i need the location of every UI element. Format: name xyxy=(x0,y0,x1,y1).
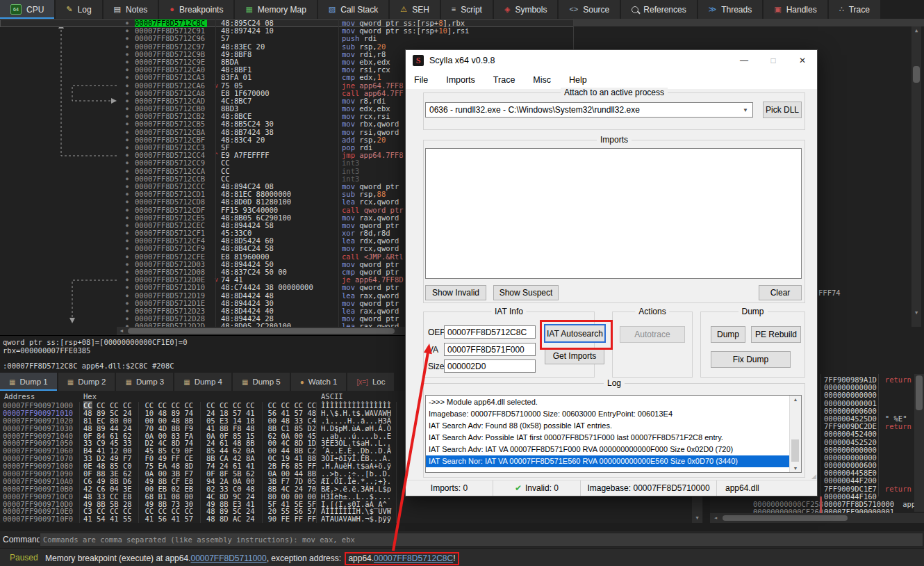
tab-watch-1[interactable]: ●Watch 1 xyxy=(291,373,347,391)
breakpoint-dot[interactable]: ● xyxy=(126,237,129,245)
breakpoint-dot[interactable]: ● xyxy=(126,168,129,175)
tab-dump-3[interactable]: ▦Dump 3 xyxy=(116,373,173,391)
tab-seh[interactable]: ⚠SEH xyxy=(390,0,440,19)
stack-scrollbar[interactable] xyxy=(914,374,924,512)
menu-trace[interactable]: Trace xyxy=(493,75,515,85)
get-imports-button[interactable]: Get Imports xyxy=(545,348,604,364)
tab-dump-5[interactable]: ▦Dump 5 xyxy=(233,373,290,391)
log-line[interactable]: Imagebase: 00007FF8D5710000 Size: 006030… xyxy=(426,408,790,420)
column-divider[interactable] xyxy=(215,19,216,327)
tab-memory-map[interactable]: ▦Memory Map xyxy=(235,0,316,19)
size-field[interactable] xyxy=(444,359,536,373)
scroll-left-icon[interactable]: ◄ xyxy=(117,327,126,335)
breakpoint-dot[interactable]: ● xyxy=(126,74,129,81)
breakpoint-dot[interactable]: ● xyxy=(126,214,129,222)
log-line[interactable]: IAT Search Nor: IAT VA 00007FF8D571E560 … xyxy=(426,455,790,467)
breakpoint-dot[interactable]: ● xyxy=(126,82,129,90)
imports-list[interactable] xyxy=(425,148,802,279)
breakpoint-dot[interactable]: ● xyxy=(126,229,129,237)
menu-imports[interactable]: Imports xyxy=(446,75,475,85)
show-suspect-button[interactable]: Show Suspect xyxy=(493,285,559,300)
breakpoint-dot[interactable]: ● xyxy=(126,198,129,206)
dialog-titlebar[interactable]: S Scylla x64 v0.9.8 — □ ✕ xyxy=(406,50,817,71)
menu-file[interactable]: File xyxy=(414,75,428,85)
tab-cpu[interactable]: 64CPU xyxy=(0,0,54,19)
log-line[interactable]: ->>> Module app64.dll selected. xyxy=(426,396,790,408)
show-invalid-button[interactable]: Show Invalid xyxy=(425,285,486,300)
command-input[interactable] xyxy=(40,533,923,547)
breakpoint-dot[interactable]: ● xyxy=(126,175,129,183)
breakpoint-dot[interactable]: ● xyxy=(126,66,129,74)
breakpoint-dot[interactable]: ● xyxy=(126,144,129,152)
dump-button[interactable]: Dump xyxy=(711,326,745,343)
breakpoint-dot[interactable]: ● xyxy=(126,120,129,128)
tab-trace[interactable]: ∴Trace xyxy=(829,0,880,19)
tab-dump-4[interactable]: ▦Dump 4 xyxy=(174,373,231,391)
scrollbar-thumb[interactable] xyxy=(791,439,799,462)
breakpoint-dot[interactable]: ● xyxy=(126,307,129,315)
autotrace-button[interactable]: Autotrace xyxy=(620,326,685,343)
menu-misc[interactable]: Misc xyxy=(533,75,551,85)
scrollbar-thumb[interactable] xyxy=(913,66,920,83)
log-line[interactable]: IAT Search Adv: Possible IAT first 00007… xyxy=(426,432,790,444)
breakpoint-dot[interactable]: ● xyxy=(126,183,129,191)
breakpoint-dot[interactable]: ● xyxy=(126,159,129,167)
disasm-row[interactable]: ●00007FF8D5712C9148:897424 10mov qword p… xyxy=(0,27,574,35)
pe-rebuild-button[interactable]: PE Rebuild xyxy=(751,326,801,343)
scroll-down-icon[interactable]: ▼ xyxy=(692,513,702,523)
breakpoint-dot[interactable]: ● xyxy=(126,284,129,291)
breakpoint-dot[interactable]: ● xyxy=(126,207,129,214)
scroll-left-icon[interactable]: ◄ xyxy=(711,513,720,523)
clear-button[interactable]: Clear xyxy=(759,285,802,300)
breakpoint-dot[interactable]: ● xyxy=(126,276,129,284)
disasm-row[interactable]: ●00007FF8D5712C9657push rdi xyxy=(0,35,574,42)
scroll-up-icon[interactable]: ▲ xyxy=(790,397,801,402)
scrollbar-thumb[interactable] xyxy=(723,515,848,521)
tab-locals[interactable]: [x=]Loc xyxy=(347,373,394,391)
tab-symbols[interactable]: ◈Symbols xyxy=(494,0,557,19)
disasm-row[interactable]: ●00007FF8D5712C8C48:895C24 08mov qword p… xyxy=(0,19,574,27)
scrollbar-thumb[interactable] xyxy=(916,375,923,410)
breakpoint-dot[interactable]: ● xyxy=(126,43,129,51)
breakpoint-dot[interactable]: ● xyxy=(126,253,129,261)
breakpoint-dot[interactable]: ● xyxy=(126,90,129,97)
maximize-button[interactable]: □ xyxy=(759,50,788,71)
menu-help[interactable]: Help xyxy=(569,75,587,85)
log-line[interactable]: IAT Search Adv: IAT VA 00007FF8D571F000 … xyxy=(426,444,790,455)
close-button[interactable]: ✕ xyxy=(788,50,817,71)
tab-log[interactable]: ✎Log xyxy=(56,0,101,19)
breakpoint-dot[interactable]: ● xyxy=(126,51,129,58)
scroll-down-icon[interactable]: ▼ xyxy=(911,309,921,317)
tab-breakpoints[interactable]: ●Breakpoints xyxy=(159,0,233,19)
tab-references[interactable]: References xyxy=(621,0,696,19)
tab-dump-2[interactable]: ▦Dump 2 xyxy=(58,373,115,391)
breakpoint-dot[interactable]: ● xyxy=(126,27,129,35)
va-field[interactable] xyxy=(444,343,536,356)
breakpoint-dot[interactable]: ● xyxy=(126,245,129,252)
breakpoint-dot[interactable]: ● xyxy=(126,268,129,276)
tab-source[interactable]: <>Source xyxy=(559,0,620,19)
breakpoint-dot[interactable]: ● xyxy=(126,292,129,300)
pick-dll-button[interactable]: Pick DLL xyxy=(763,102,802,118)
resize-grip-icon[interactable]: ◢ xyxy=(811,473,816,480)
tab-notes[interactable]: ▤Notes xyxy=(104,0,158,19)
breakpoint-dot[interactable]: ● xyxy=(126,19,129,27)
breakpoint-address-link[interactable]: 00007FF8D5711000 xyxy=(190,553,266,563)
scroll-down-icon[interactable]: ▼ xyxy=(790,466,801,471)
tab-threads[interactable]: ≫Threads xyxy=(698,0,763,19)
tab-script[interactable]: ≡Script xyxy=(441,0,493,19)
breakpoint-dot[interactable]: ● xyxy=(126,152,129,159)
breakpoint-dot[interactable]: ● xyxy=(126,315,129,323)
breakpoint-dot[interactable]: ● xyxy=(126,129,129,136)
scrollbar-thumb[interactable] xyxy=(128,328,395,334)
breakpoint-dot[interactable]: ● xyxy=(126,191,129,198)
oep-field[interactable] xyxy=(444,325,536,339)
registers-scrollbar[interactable]: ▲ ▼ xyxy=(911,26,921,327)
breakpoint-dot[interactable]: ● xyxy=(126,58,129,66)
breakpoint-dot[interactable]: ● xyxy=(126,261,129,268)
log-scrollbar[interactable]: ▲ ▼ xyxy=(789,396,801,472)
breakpoint-dot[interactable]: ● xyxy=(126,300,129,307)
log-list[interactable]: ->>> Module app64.dll selected.Imagebase… xyxy=(425,395,802,473)
minimize-button[interactable]: — xyxy=(729,50,759,71)
column-divider[interactable] xyxy=(338,19,339,327)
